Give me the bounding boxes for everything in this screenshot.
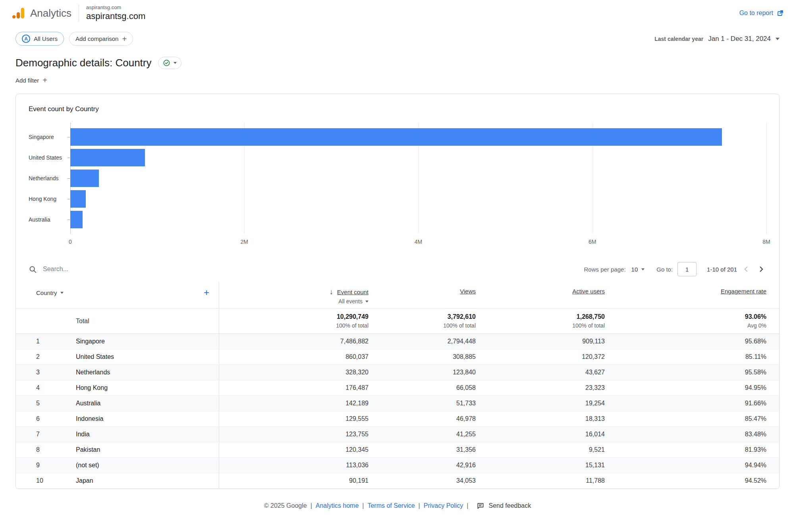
analytics-home-link[interactable]: Analytics home <box>316 502 359 509</box>
event-count-header[interactable]: Event count <box>337 289 369 295</box>
table-row[interactable]: 10Japan 90,191 34,053 11,788 94.52% <box>16 473 779 489</box>
chevron-down-icon <box>174 62 177 64</box>
engagement-rate-value: 83.48% <box>605 427 779 442</box>
category-label: Netherlands <box>29 175 70 181</box>
country-name: Japan <box>76 477 93 484</box>
go-to-page-input[interactable] <box>677 262 697 276</box>
analytics-brand[interactable]: Analytics <box>11 6 71 20</box>
event-count-value: 7,486,882 <box>219 334 369 349</box>
go-to-report-link[interactable]: Go to report <box>739 10 784 17</box>
bar-united-states[interactable] <box>70 149 145 166</box>
row-index: 2 <box>36 353 76 360</box>
add-filter-button[interactable]: Add filter + <box>15 76 47 84</box>
table-row[interactable]: 5Australia 142,189 51,733 19,254 91.66% <box>16 396 779 411</box>
views-value: 308,885 <box>369 349 476 364</box>
active-users-header[interactable]: Active users <box>572 288 605 295</box>
chevron-down-icon <box>365 301 369 303</box>
search-input[interactable] <box>43 266 210 273</box>
bar-singapore[interactable] <box>70 128 722 146</box>
add-secondary-dimension-button[interactable]: + <box>204 288 209 297</box>
engagement-rate-header[interactable]: Engagement rate <box>721 288 766 295</box>
table-row[interactable]: 9(not set) 113,036 42,916 15,131 94.94% <box>16 458 779 473</box>
total-views: 3,792,610 100% of total <box>369 308 476 333</box>
bar-netherlands[interactable] <box>70 170 99 187</box>
check-circle-icon <box>163 59 170 67</box>
country-name: Australia <box>76 400 100 407</box>
date-range-picker[interactable]: Last calendar year Jan 1 - Dec 31, 2024 <box>654 35 780 43</box>
all-users-chip[interactable]: A All Users <box>15 32 64 46</box>
total-active-users: 1,268,750 100% of total <box>476 308 605 333</box>
go-to-report-label: Go to report <box>739 10 773 17</box>
chart-title: Event count by Country <box>29 105 766 113</box>
event-count-value: 123,755 <box>219 427 369 442</box>
add-filter-label: Add filter <box>15 77 39 84</box>
table-total-row: Total 10,290,749 100% of total 3,792,610… <box>16 308 779 334</box>
table-row[interactable]: 7India 123,755 41,255 16,014 83.48% <box>16 427 779 442</box>
views-value: 46,978 <box>369 411 476 426</box>
dimension-header-cell: Country + <box>16 282 219 308</box>
rows-per-page-value: 10 <box>631 266 638 273</box>
table-search[interactable] <box>29 265 210 274</box>
country-name: India <box>76 431 90 438</box>
total-event-count: 10,290,749 100% of total <box>219 308 369 333</box>
audience-icon: A <box>22 35 30 43</box>
engagement-rate-value: 91.66% <box>605 396 779 411</box>
total-engagement-rate: 93.06% Avg 0% <box>605 308 779 333</box>
active-users-value: 16,014 <box>476 427 605 442</box>
chevron-left-icon <box>742 265 751 274</box>
next-page-button[interactable] <box>754 262 769 277</box>
active-users-value: 23,323 <box>476 380 605 395</box>
event-count-value: 90,191 <box>219 473 369 488</box>
category-label: Australia <box>29 216 70 223</box>
chart-section: Event count by Country Singapore United … <box>16 94 779 256</box>
active-users-value: 18,313 <box>476 411 605 426</box>
bar-hong-kong[interactable] <box>70 190 86 208</box>
table-row[interactable]: 8Pakistan 120,345 31,356 9,521 81.93% <box>16 442 779 458</box>
country-name: United States <box>76 353 114 360</box>
active-users-value: 15,131 <box>476 458 605 473</box>
row-index: 3 <box>36 369 76 376</box>
rows-per-page-select[interactable]: 10 <box>631 266 645 273</box>
table-row[interactable]: 4Hong Kong 176,487 66,058 23,323 94.95% <box>16 380 779 396</box>
row-index: 9 <box>36 462 76 469</box>
views-header[interactable]: Views <box>460 288 476 295</box>
event-count-value: 860,037 <box>219 349 369 364</box>
go-to-label: Go to: <box>656 266 673 273</box>
event-count-value: 142,189 <box>219 396 369 411</box>
event-filter-dropdown[interactable]: All events <box>338 298 369 305</box>
country-name: Singapore <box>76 338 105 345</box>
account-switcher[interactable]: aspirantsg.com aspirantsg.com <box>86 4 145 22</box>
engagement-rate-value: 81.93% <box>605 442 779 457</box>
sort-descending-icon[interactable]: ↓ <box>330 288 333 296</box>
column-header-views: Views <box>369 282 476 308</box>
views-value: 34,053 <box>369 473 476 488</box>
external-link-icon <box>777 10 784 17</box>
total-label-cell: Total <box>16 308 219 333</box>
event-count-value: 176,487 <box>219 380 369 395</box>
active-users-value: 11,788 <box>476 473 605 488</box>
table-row[interactable]: 2United States 860,037 308,885 120,372 8… <box>16 349 779 365</box>
table-header-row: Country + ↓ Event count All events <box>16 282 779 308</box>
views-value: 31,356 <box>369 442 476 457</box>
row-index: 10 <box>36 477 76 484</box>
table-row[interactable]: 1Singapore 7,486,882 2,794,448 909,113 9… <box>16 334 779 349</box>
terms-of-service-link[interactable]: Terms of Service <box>367 502 415 509</box>
send-feedback-button[interactable]: Send feedback <box>477 502 531 510</box>
country-name: Pakistan <box>76 446 100 453</box>
table-row[interactable]: 3Netherlands 328,320 123,840 43,627 95.5… <box>16 365 779 380</box>
views-value: 123,840 <box>369 365 476 380</box>
comparison-toolbar: A All Users Add comparison + Last calend… <box>0 26 795 46</box>
previous-page-button[interactable] <box>739 262 754 277</box>
privacy-policy-link[interactable]: Privacy Policy <box>424 502 463 509</box>
column-header-active-users: Active users <box>476 282 605 308</box>
chevron-down-icon <box>776 38 780 40</box>
add-comparison-button[interactable]: Add comparison + <box>69 32 133 46</box>
column-header-engagement-rate: Engagement rate <box>605 282 779 308</box>
data-quality-badge[interactable] <box>158 57 181 69</box>
dimension-select[interactable]: Country <box>36 289 64 296</box>
engagement-rate-value: 95.58% <box>605 365 779 380</box>
category-label: Hong Kong <box>29 196 70 202</box>
table-row[interactable]: 6Indonesia 129,555 46,978 18,313 85.47% <box>16 411 779 427</box>
bar-australia[interactable] <box>70 211 83 228</box>
page-title: Demographic details: Country <box>15 57 152 69</box>
